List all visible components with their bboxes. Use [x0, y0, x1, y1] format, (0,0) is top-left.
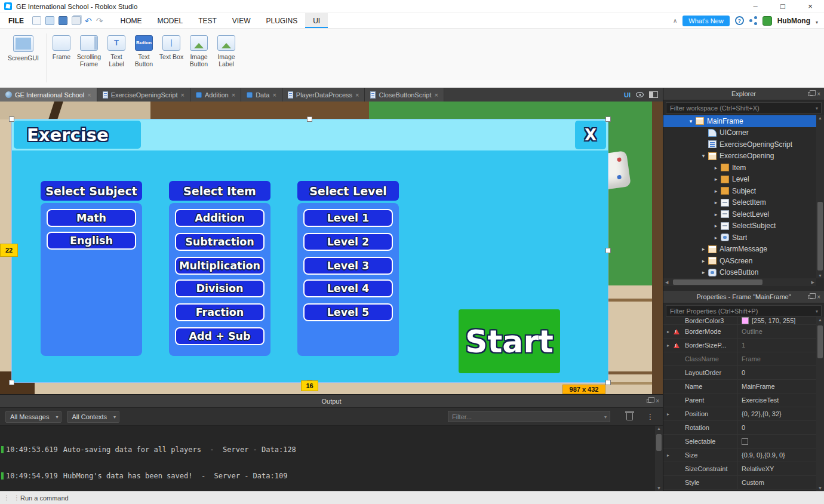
ribbon-text-label[interactable]: Text Label [103, 32, 130, 67]
tab-view[interactable]: VIEW [225, 13, 259, 28]
explorer-vertical-scrollbar[interactable] [816, 115, 824, 278]
expand-chevron-icon[interactable] [699, 258, 708, 264]
level-4-button[interactable]: Level 4 [303, 279, 393, 297]
subtraction-button[interactable]: Subtraction [175, 233, 265, 251]
close-panel-icon[interactable] [656, 398, 659, 404]
doc-tab-script-3[interactable]: Data [241, 88, 282, 102]
property-row-sizeconstraint[interactable]: SizeConstraint RelativeXY [663, 462, 824, 476]
close-tab-icon[interactable] [87, 91, 91, 99]
expand-chevron-icon[interactable] [699, 153, 708, 159]
new-file-icon[interactable] [32, 16, 41, 25]
property-row-rotation[interactable]: Rotation 0 [663, 421, 824, 435]
explorer-node-exerciseopening[interactable]: ExerciseOpening [663, 150, 816, 162]
add-sub-button[interactable]: Add + Sub [175, 327, 265, 345]
doc-tab-script-4[interactable]: PlayerDataProcess [282, 88, 365, 102]
ribbon-scrolling-frame[interactable]: Scrolling Frame [75, 32, 103, 67]
ui-visibility-toggle[interactable]: UI [624, 91, 631, 99]
english-button[interactable]: English [47, 232, 136, 250]
expand-chevron-icon[interactable] [686, 118, 696, 124]
maximize-icon[interactable] [769, 0, 797, 13]
ribbon-text-button[interactable]: Button Text Button [130, 32, 158, 67]
properties-filter[interactable] [666, 305, 822, 316]
output-options-icon[interactable] [647, 413, 654, 421]
expand-chevron-icon[interactable] [711, 223, 721, 229]
doc-tab-script-2[interactable]: Addition [190, 88, 241, 102]
color-swatch[interactable] [742, 317, 749, 324]
drag-grip-icon[interactable] [14, 494, 19, 501]
property-row-bordercolor3[interactable]: BorderColor3 [255, 170, 255] [663, 317, 824, 325]
expand-chevron-icon[interactable] [711, 176, 721, 182]
explorer-node-subject[interactable]: Subject [663, 185, 816, 197]
open-file-icon[interactable] [45, 16, 54, 25]
expand-chevron-icon[interactable] [711, 165, 721, 171]
doc-tab-script-5[interactable]: CloseButtonScript [365, 88, 444, 102]
explorer-node-start[interactable]: Start [663, 232, 816, 244]
property-row-bordersizepixel[interactable]: BorderSizeP... 1 [663, 339, 824, 352]
ribbon-screengui[interactable]: ScreenGUI [5, 32, 42, 62]
3d-viewport[interactable]: Exercise X Select Subject Math English S… [0, 102, 663, 394]
level-3-button[interactable]: Level 3 [303, 257, 393, 275]
property-row-position[interactable]: Position {0, 22},{0, 32} [663, 407, 824, 421]
explorer-node-alarmmessage[interactable]: AlarmMessage [663, 244, 816, 256]
user-name[interactable]: HubMong [777, 17, 810, 25]
file-menu[interactable]: FILE [0, 17, 32, 25]
explorer-horizontal-scrollbar[interactable] [663, 278, 816, 286]
float-panel-icon[interactable] [808, 92, 813, 96]
explorer-node-level[interactable]: Level [663, 174, 816, 186]
multiplication-button[interactable]: Multiplication [175, 257, 265, 275]
selection-handle[interactable] [307, 116, 312, 122]
drag-grip-icon[interactable] [4, 494, 8, 501]
minimize-icon[interactable] [742, 0, 769, 13]
property-row-bordermode[interactable]: BorderMode Outline [663, 325, 824, 339]
close-panel-icon[interactable] [817, 294, 820, 300]
split-view-icon[interactable] [649, 91, 658, 98]
close-tab-icon[interactable] [181, 91, 185, 99]
close-tab-icon[interactable] [355, 91, 359, 99]
property-row-name[interactable]: Name MainFrame [663, 380, 824, 394]
property-row-size[interactable]: Size {0.9, 0},{0.9, 0} [663, 448, 824, 462]
tab-home[interactable]: HOME [112, 13, 149, 28]
explorer-node-closebutton[interactable]: CloseButton [663, 267, 816, 279]
math-button[interactable]: Math [47, 209, 136, 227]
explorer-node-selectsubject[interactable]: SelectSubject [663, 220, 816, 232]
output-filter[interactable] [448, 411, 610, 422]
float-panel-icon[interactable] [808, 295, 813, 299]
explorer-node-selectitem[interactable]: SelectItem [663, 197, 816, 209]
explorer-node-qascreen[interactable]: QAScreen [663, 255, 816, 267]
expand-chevron-icon[interactable] [663, 453, 672, 458]
property-row-parent[interactable]: Parent ExerciseTest [663, 394, 824, 407]
ribbon-frame[interactable]: Frame [48, 32, 75, 60]
float-panel-icon[interactable] [647, 399, 651, 403]
explorer-node-item[interactable]: Item [663, 162, 816, 174]
messages-filter-dropdown[interactable]: All Messages [5, 411, 62, 423]
explorer-node-uicorner[interactable]: UICorner [663, 127, 816, 139]
expand-chevron-icon[interactable] [663, 329, 672, 334]
close-tab-icon[interactable] [272, 91, 276, 99]
selection-handle[interactable] [9, 116, 14, 122]
collapse-ribbon-icon[interactable] [673, 17, 677, 24]
addition-button[interactable]: Addition [175, 209, 265, 227]
expand-chevron-icon[interactable] [699, 246, 708, 252]
redo-icon[interactable] [96, 16, 103, 26]
user-caret-icon[interactable] [816, 16, 818, 26]
output-filter-input[interactable] [452, 413, 600, 420]
ribbon-image-button[interactable]: Image Button [185, 32, 213, 67]
tab-ui[interactable]: UI [305, 13, 328, 28]
expand-chevron-icon[interactable] [711, 235, 721, 241]
whats-new-button[interactable]: What's New [682, 16, 729, 26]
properties-vertical-scrollbar[interactable] [816, 317, 824, 491]
property-row-layoutorder[interactable]: LayoutOrder 0 [663, 366, 824, 380]
explorer-filter[interactable] [666, 102, 822, 113]
share-icon[interactable] [749, 19, 752, 22]
explorer-node-mainframe[interactable]: MainFrame [663, 115, 816, 127]
output-vertical-scrollbar[interactable] [655, 426, 663, 491]
explorer-node-selectlevel[interactable]: SelectLevel [663, 208, 816, 220]
eye-icon[interactable] [636, 92, 644, 97]
clear-output-icon[interactable] [626, 413, 633, 420]
ribbon-image-label[interactable]: Image Label [213, 32, 240, 67]
tab-test[interactable]: TEST [190, 13, 225, 28]
expand-chevron-icon[interactable] [711, 199, 721, 205]
selection-handle[interactable] [9, 380, 14, 385]
selection-handle[interactable] [605, 248, 611, 253]
expand-chevron-icon[interactable] [663, 343, 672, 348]
